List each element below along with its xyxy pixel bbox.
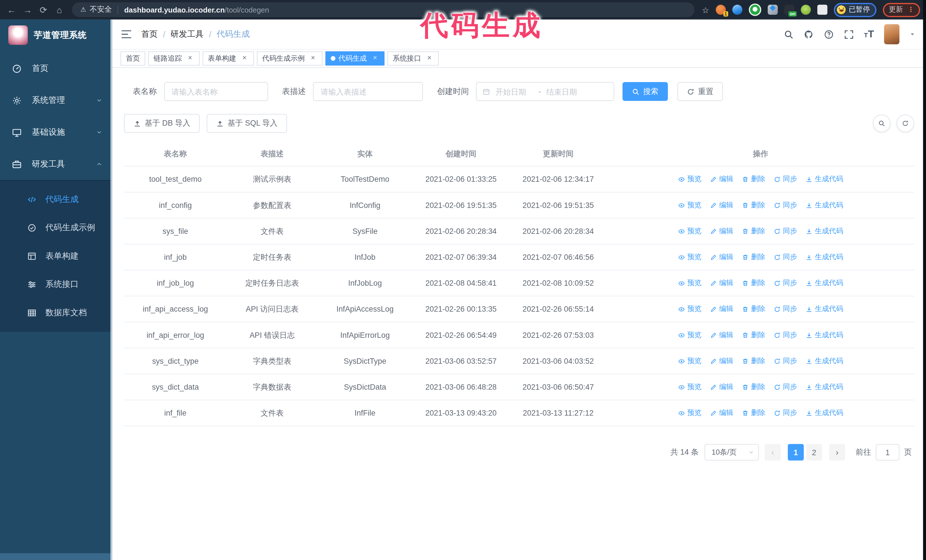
ext-orange-extension-icon[interactable]: 1 [716,5,726,15]
preview-link[interactable]: 预览 [678,251,702,264]
table-name-input[interactable] [164,82,268,101]
toggle-search-button[interactable] [873,115,890,132]
generate-code-link[interactable]: 生成代码 [805,355,843,367]
edit-link[interactable]: 编辑 [710,355,733,367]
generate-code-link[interactable]: 生成代码 [805,251,843,264]
sync-link[interactable]: 同步 [773,303,797,315]
tab-codegen-example[interactable]: 代码生成示例× [257,51,322,65]
tab-close-icon[interactable]: × [186,54,194,63]
tab-system-api[interactable]: 系统接口× [387,51,439,65]
delete-link[interactable]: 删除 [741,407,765,419]
delete-link[interactable]: 删除 [741,225,765,237]
tab-close-icon[interactable]: × [241,54,249,63]
delete-link[interactable]: 删除 [741,199,765,211]
edit-link[interactable]: 编辑 [710,225,733,237]
sidebar-subitem-system-api[interactable]: 系统接口 [0,270,112,299]
refresh-table-button[interactable] [896,115,914,132]
generate-code-link[interactable]: 生成代码 [805,173,843,186]
edit-link[interactable]: 编辑 [710,277,733,290]
tab-close-icon[interactable]: × [425,54,433,63]
text-size-icon[interactable]: TT [864,28,874,40]
tab-codegen[interactable]: 代码生成× [325,51,384,65]
tab-close-icon[interactable]: × [309,54,317,63]
preview-link[interactable]: 预览 [678,381,702,393]
browser-reload-button[interactable]: ⟳ [35,0,51,20]
sidebar-subitem-codegen-example[interactable]: 代码生成示例 [0,214,112,242]
sidebar-item-infrastructure[interactable]: 基础设施 [0,116,112,148]
generate-code-link[interactable]: 生成代码 [805,407,843,419]
tab-home[interactable]: 首页 [121,51,145,65]
sidebar-collapse-bar[interactable] [0,553,112,560]
edit-link[interactable]: 编辑 [710,329,733,341]
generate-code-link[interactable]: 生成代码 [805,199,843,211]
sidebar-subitem-db-doc[interactable]: 数据库文档 [0,299,112,327]
date-range-picker[interactable]: - [476,82,614,101]
sidebar-item-system-mgmt[interactable]: 系统管理 [0,84,112,116]
preview-link[interactable]: 预览 [678,199,702,211]
edit-link[interactable]: 编辑 [710,173,733,186]
sync-link[interactable]: 同步 [773,407,797,419]
bookmark-star-icon[interactable]: ☆ [702,5,709,15]
search-icon[interactable] [784,29,793,39]
sync-link[interactable]: 同步 [773,277,797,290]
edit-link[interactable]: 编辑 [710,251,733,264]
avatar-caret-down-icon[interactable] [909,31,915,37]
import-sql-button[interactable]: 基于 SQL 导入 [207,114,287,133]
next-page-button[interactable]: › [829,444,845,460]
delete-link[interactable]: 删除 [741,381,765,393]
preview-link[interactable]: 预览 [678,355,702,367]
preview-link[interactable]: 预览 [678,303,702,315]
delete-link[interactable]: 删除 [741,303,765,315]
ext-green-check-extension-icon[interactable] [749,3,761,16]
generate-code-link[interactable]: 生成代码 [805,225,843,237]
fullscreen-icon[interactable] [844,29,854,39]
prev-page-button[interactable]: ‹ [765,444,781,460]
ext-grid-extension-icon[interactable] [768,5,778,15]
sync-link[interactable]: 同步 [773,355,797,367]
generate-code-link[interactable]: 生成代码 [805,277,843,290]
browser-back-button[interactable]: ← [3,0,20,20]
edit-link[interactable]: 编辑 [710,381,733,393]
hamburger-icon[interactable] [121,29,132,39]
tab-close-icon[interactable]: × [371,54,379,63]
preview-link[interactable]: 预览 [678,277,702,290]
end-date-input[interactable] [545,87,585,97]
delete-link[interactable]: 删除 [741,355,765,367]
browser-forward-button[interactable]: → [20,0,35,20]
update-button[interactable]: 更新 ⋮ [883,3,920,17]
sidebar-item-home[interactable]: 首页 [0,53,112,84]
delete-link[interactable]: 删除 [741,277,765,290]
app-logo[interactable]: 芋道管理系统 [0,20,112,50]
ext-gem-extension-icon[interactable] [732,5,742,15]
goto-page-input[interactable] [876,444,899,460]
breadcrumb-item[interactable]: 研发工具 [171,29,204,39]
sync-link[interactable]: 同步 [773,329,797,341]
tab-tracing[interactable]: 链路追踪× [148,51,200,65]
preview-link[interactable]: 预览 [678,407,702,419]
github-icon[interactable] [804,29,814,39]
edit-link[interactable]: 编辑 [710,199,733,211]
ext-dark-extension-icon[interactable]: on [784,5,794,15]
page-size-select[interactable]: 10条/页 [705,444,759,460]
ext-puzzle-extension-icon[interactable] [817,5,828,15]
sidebar-item-dev-tools[interactable]: 研发工具 [0,148,112,180]
help-icon[interactable] [824,29,834,39]
sidebar-subitem-form-builder[interactable]: 表单构建 [0,242,112,270]
preview-link[interactable]: 预览 [678,225,702,237]
delete-link[interactable]: 删除 [741,251,765,264]
edit-link[interactable]: 编辑 [710,407,733,419]
tab-form-builder[interactable]: 表单构建× [203,51,254,65]
ext-green2-extension-icon[interactable] [801,5,811,15]
reset-button[interactable]: 重置 [677,82,723,101]
sync-link[interactable]: 同步 [773,173,797,186]
sidebar-subitem-codegen[interactable]: 代码生成 [0,186,112,214]
edit-link[interactable]: 编辑 [710,303,733,315]
sync-link[interactable]: 同步 [773,199,797,211]
preview-link[interactable]: 预览 [678,173,702,186]
user-avatar[interactable] [884,24,899,44]
breadcrumb-item[interactable]: 首页 [141,29,157,39]
import-db-button[interactable]: 基于 DB 导入 [124,114,200,133]
paused-badge[interactable]: 已暂停 [834,3,876,17]
generate-code-link[interactable]: 生成代码 [805,381,843,393]
preview-link[interactable]: 预览 [678,329,702,341]
